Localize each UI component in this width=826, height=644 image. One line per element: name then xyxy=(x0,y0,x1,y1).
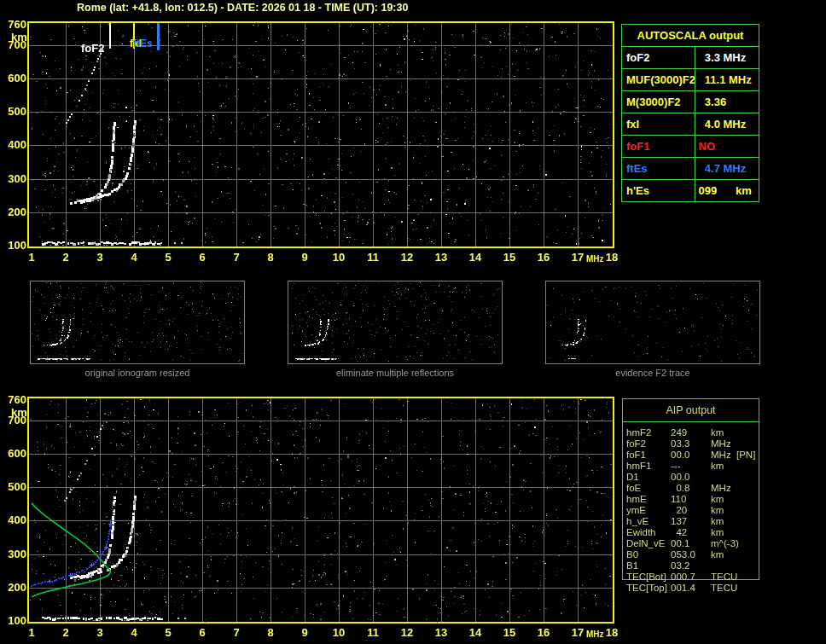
aip-extra xyxy=(736,483,759,494)
aip-value: 42 xyxy=(671,527,711,538)
table-row: foF1 00.0 MHz [PN] xyxy=(623,450,759,461)
aip-value: 20 xyxy=(671,505,711,516)
aip-label: foF2 xyxy=(626,438,671,450)
aip-extra xyxy=(736,560,759,571)
fof2-marker-label: foF2 xyxy=(81,42,104,55)
aip-extra xyxy=(736,527,759,538)
thumbnail-caption-eliminate: eliminate multiple reflections xyxy=(288,368,503,378)
aip-extra xyxy=(736,516,759,527)
table-row: TEC[Bot] 000.7 TECU xyxy=(623,571,759,583)
aip-label: h_vE xyxy=(626,516,671,527)
aip-label: hmF2 xyxy=(626,427,671,438)
table-row: ftEs 4.7 MHz xyxy=(622,158,759,180)
aip-unit: km xyxy=(711,516,736,527)
m3000f2-label: M(3000)F2 xyxy=(622,91,695,113)
hes-label: h'Es xyxy=(622,180,695,201)
aip-extra xyxy=(736,427,759,438)
aip-unit: km xyxy=(711,494,736,505)
table-row: ymE 20 km xyxy=(623,505,759,516)
table-row: hmF1 --- km xyxy=(623,461,759,472)
table-row: h'Es 099 km xyxy=(622,180,759,201)
table-row: M(3000)F2 3.36 xyxy=(622,91,759,113)
table-row: fxI 4.0 MHz xyxy=(622,113,759,136)
fof2-value: 3.3 MHz xyxy=(695,47,759,68)
muf3000f2-label: MUF(3000)F2 xyxy=(622,69,695,90)
aip-value: --- xyxy=(671,461,711,472)
table-row: hmF2 249 km xyxy=(623,427,759,438)
aip-value: 00.0 xyxy=(671,450,711,461)
aip-unit: MHz xyxy=(711,438,736,450)
table-row: foE 0.8 MHz xyxy=(623,483,759,494)
aip-unit: km xyxy=(711,505,736,516)
aip-unit: km xyxy=(711,549,736,560)
aip-value: 053.0 xyxy=(671,549,711,560)
aip-extra xyxy=(736,571,759,583)
table-row: TEC[Top] 001.4 TECU xyxy=(623,583,759,594)
aip-value: 110 xyxy=(671,494,711,505)
table-row: DelN_vE 00.1 m^(-3) xyxy=(623,538,759,549)
aip-label: hmE xyxy=(626,494,671,505)
fxi-label: fxI xyxy=(622,113,695,135)
fof1-label: foF1 xyxy=(622,136,695,157)
ftes-label: ftEs xyxy=(622,158,695,179)
aip-extra xyxy=(736,583,759,594)
muf3000f2-value: 11.1 MHz xyxy=(695,69,759,90)
aip-label: D1 xyxy=(626,472,671,483)
aip-extra xyxy=(736,472,759,483)
aip-label: Ewidth xyxy=(626,527,671,538)
aip-unit: TECU xyxy=(711,571,736,583)
aip-extra xyxy=(736,461,759,472)
fof2-label: foF2 xyxy=(622,47,695,68)
aip-extra xyxy=(736,549,759,560)
autoscala-screen: { "header": { "title": "Rome (lat: +41.8… xyxy=(0,0,826,644)
aip-unit: MHz xyxy=(711,483,736,494)
thumbnail-caption-original: original ionogram resized xyxy=(30,368,245,378)
aip-label: hmF1 xyxy=(626,461,671,472)
aip-value: 137 xyxy=(671,516,711,527)
fof1-value: NO xyxy=(695,136,759,157)
aip-label: foE xyxy=(626,483,671,494)
aip-label: ymE xyxy=(626,505,671,516)
table-row: B0 053.0 km xyxy=(623,549,759,560)
hes-value: 099 km xyxy=(695,180,759,201)
aip-value: 03.3 xyxy=(671,438,711,450)
aip-extra xyxy=(736,505,759,516)
page-title: Rome (lat: +41.8, lon: 012.5) - DATE: 20… xyxy=(77,2,408,14)
aip-value: 00.0 xyxy=(671,472,711,483)
aip-table-title: AIP output xyxy=(623,399,759,422)
aip-unit: km xyxy=(711,461,736,472)
table-row: foF1 NO xyxy=(622,136,759,158)
aip-unit: km xyxy=(711,427,736,438)
ftes-marker-label: ftEs xyxy=(133,38,153,49)
aip-value: 00.1 xyxy=(671,538,711,549)
table-row: B1 03.2 xyxy=(623,560,759,571)
aip-value: 03.2 xyxy=(671,560,711,571)
aip-output-table: AIP output hmF2 249 km foF2 03.3 MHz foF… xyxy=(622,398,759,580)
table-row: hmE 110 km xyxy=(623,494,759,505)
aip-extra xyxy=(736,438,759,450)
aip-label: B1 xyxy=(626,560,671,571)
table-row: foF2 03.3 MHz xyxy=(623,438,759,450)
aip-unit: km xyxy=(711,527,736,538)
aip-unit xyxy=(711,472,736,483)
aip-extra: [PN] xyxy=(736,450,759,461)
aip-extra xyxy=(736,494,759,505)
aip-value: 001.4 xyxy=(671,583,711,594)
aip-value: 249 xyxy=(671,427,711,438)
autoscala-output-table: AUTOSCALA output foF2 3.3 MHz MUF(3000)F… xyxy=(621,24,759,202)
aip-label: DelN_vE xyxy=(626,538,671,549)
table-row: h_vE 137 km xyxy=(623,516,759,527)
fxi-value: 4.0 MHz xyxy=(695,113,759,135)
aip-label: TEC[Bot] xyxy=(626,571,671,583)
aip-label: B0 xyxy=(626,549,671,560)
aip-value: 000.7 xyxy=(671,571,711,583)
ftes-value: 4.7 MHz xyxy=(695,158,759,179)
aip-unit xyxy=(711,560,736,571)
table-row: D1 00.0 xyxy=(623,472,759,483)
thumbnail-caption-evidence: evidence F2 trace xyxy=(545,368,760,378)
aip-extra xyxy=(736,538,759,549)
table-row: foF2 3.3 MHz xyxy=(622,47,759,69)
table-row: Ewidth 42 km xyxy=(623,527,759,538)
aip-unit: m^(-3) xyxy=(711,538,736,549)
aip-unit: TECU xyxy=(711,583,736,594)
